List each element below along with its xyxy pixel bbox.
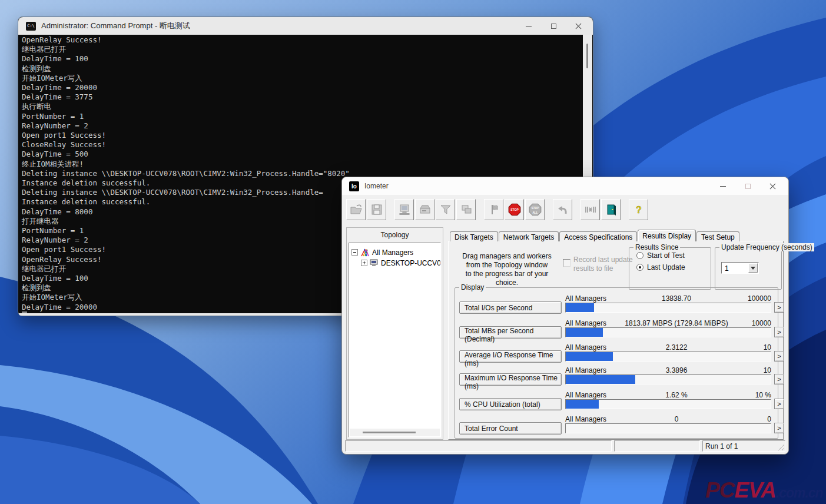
- tab-disk-targets[interactable]: Disk Targets: [450, 231, 498, 241]
- cmd-minimize-button[interactable]: [516, 17, 541, 35]
- scrollbar-thumb[interactable]: [363, 432, 416, 433]
- cmd-titlebar[interactable]: C:\ Administrator: Command Prompt - 断电测试: [18, 17, 593, 35]
- reset-workers-button[interactable]: [553, 199, 572, 220]
- stop-all-tests-button[interactable]: STOP ALL: [525, 199, 545, 220]
- progress-bar[interactable]: [565, 423, 771, 433]
- save-floppy-icon: [370, 203, 383, 216]
- bar-max: 10000: [729, 319, 771, 327]
- expand-results-button[interactable]: >: [774, 327, 784, 337]
- progress-fill: [566, 375, 635, 384]
- help-button[interactable]: ?: [629, 199, 648, 220]
- bar-max: 10 %: [729, 391, 771, 399]
- progress-bar[interactable]: [565, 327, 771, 337]
- svg-text:STOP: STOP: [531, 207, 538, 210]
- open-folder-icon: [350, 203, 363, 216]
- bar-max: 10: [729, 343, 771, 352]
- duplicate-worker-button[interactable]: [456, 199, 476, 220]
- dropdown-arrow-icon[interactable]: [748, 263, 758, 273]
- results-since-group: Results Since Start of Test Last Update: [629, 247, 711, 290]
- progress-fill: [566, 328, 603, 337]
- record-results-checkbox[interactable]: [563, 259, 570, 267]
- maximize-icon: [551, 24, 556, 29]
- progress-bar[interactable]: [565, 399, 771, 409]
- radio-last-update[interactable]: Last Update: [636, 263, 711, 271]
- progress-bar[interactable]: [565, 374, 771, 384]
- topology-horizontal-scrollbar[interactable]: [350, 429, 440, 436]
- expand-results-button[interactable]: >: [774, 374, 784, 384]
- metric-button[interactable]: Total MBs per Second (Decimal): [459, 326, 562, 339]
- network-worker-icon: [439, 203, 452, 216]
- expand-results-button[interactable]: >: [774, 399, 784, 409]
- tab-access-specifications[interactable]: Access Specifications: [559, 231, 637, 241]
- display-row: % CPU Utilization (total) All Managers1.…: [455, 391, 778, 415]
- metric-button[interactable]: Maximum I/O Response Time (ms): [459, 373, 562, 386]
- update-frequency-select[interactable]: 1: [721, 262, 759, 274]
- save-test-file-button[interactable]: [367, 199, 386, 220]
- bar-scope: All Managers: [565, 319, 624, 327]
- svg-text:STOP: STOP: [510, 208, 519, 211]
- help-icon: ?: [632, 203, 645, 216]
- watermark-pc: PC: [705, 478, 734, 502]
- cmd-maximize-button[interactable]: [541, 17, 566, 35]
- watermark-domain: .com.cn: [776, 485, 823, 500]
- start-new-manager-button[interactable]: [394, 199, 414, 220]
- bar-scope: All Managers: [565, 294, 624, 303]
- metric-button[interactable]: Total Error Count: [459, 422, 562, 435]
- start-disk-worker-button[interactable]: [415, 199, 434, 220]
- drag-hint-text: Drag managers and workers from the Topol…: [455, 252, 559, 287]
- iometer-close-button[interactable]: [760, 177, 785, 195]
- radio-start-of-test[interactable]: Start of Test: [636, 251, 711, 260]
- minimize-icon: [526, 26, 532, 26]
- bar-scope: All Managers: [565, 415, 624, 423]
- progress-bar[interactable]: [565, 352, 771, 362]
- disk-worker-icon: [419, 203, 432, 216]
- metric-button[interactable]: Total I/Os per Second: [459, 301, 562, 314]
- metric-button[interactable]: % CPU Utilization (total): [459, 398, 562, 410]
- status-segment: [345, 440, 612, 452]
- tree-item-manager[interactable]: DESKTOP-UCCV0: [361, 258, 440, 268]
- cmd-close-button[interactable]: [566, 17, 591, 35]
- iometer-maximize-button[interactable]: [735, 177, 760, 195]
- duplicate-icon: [460, 203, 473, 216]
- metric-button[interactable]: Average I/O Response Time (ms): [459, 350, 562, 363]
- display-row: Total MBs per Second (Decimal) All Manag…: [455, 319, 778, 343]
- tree-item-all-managers[interactable]: All Managers: [351, 247, 440, 257]
- expand-results-button[interactable]: >: [774, 351, 784, 362]
- tab-test-setup[interactable]: Test Setup: [696, 231, 739, 241]
- start-tests-button[interactable]: [484, 199, 503, 220]
- progress-bar[interactable]: [565, 303, 771, 313]
- expand-icon[interactable]: [361, 260, 367, 266]
- all-managers-icon: [360, 248, 370, 257]
- collapse-icon[interactable]: [351, 249, 358, 256]
- move-workers-button[interactable]: [580, 199, 600, 220]
- desktop: PCEVA.com.cn C:\ Administrator: Command …: [0, 0, 826, 504]
- radio-icon[interactable]: [636, 252, 643, 259]
- svg-text:ALL: ALL: [532, 211, 538, 214]
- tab-network-targets[interactable]: Network Targets: [499, 231, 559, 241]
- open-test-file-button[interactable]: [346, 199, 366, 220]
- iometer-titlebar[interactable]: Io Iometer: [342, 177, 788, 195]
- maximize-icon: [745, 184, 751, 189]
- expand-results-button[interactable]: >: [774, 302, 784, 313]
- tab-results-display[interactable]: Results Display: [638, 230, 696, 241]
- resize-grip[interactable]: [777, 443, 784, 450]
- stop-test-button[interactable]: STOP: [505, 199, 524, 220]
- start-network-worker-button[interactable]: [436, 199, 455, 220]
- topology-header: Topology: [347, 228, 443, 241]
- bar-max: 10: [729, 366, 771, 374]
- radio-selected-icon[interactable]: [636, 264, 643, 271]
- results-since-title: Results Since: [633, 243, 680, 251]
- update-frequency-value: 1: [725, 264, 729, 273]
- status-segment: [614, 440, 700, 452]
- display-row: Maximum I/O Response Time (ms) All Manag…: [455, 366, 778, 390]
- topology-tree[interactable]: All Managers DESKTOP-UCCV0: [349, 243, 441, 437]
- expand-results-button[interactable]: >: [774, 423, 784, 433]
- iometer-icon: Io: [349, 181, 359, 191]
- exit-button[interactable]: [601, 199, 621, 220]
- scrollbar-thumb[interactable]: [586, 44, 588, 68]
- progress-fill: [566, 303, 594, 312]
- tree-item-label: DESKTOP-UCCV0: [381, 259, 441, 267]
- iometer-minimize-button[interactable]: [711, 177, 735, 195]
- bar-max: 0: [729, 415, 771, 423]
- watermark-eva: EVA: [734, 478, 775, 502]
